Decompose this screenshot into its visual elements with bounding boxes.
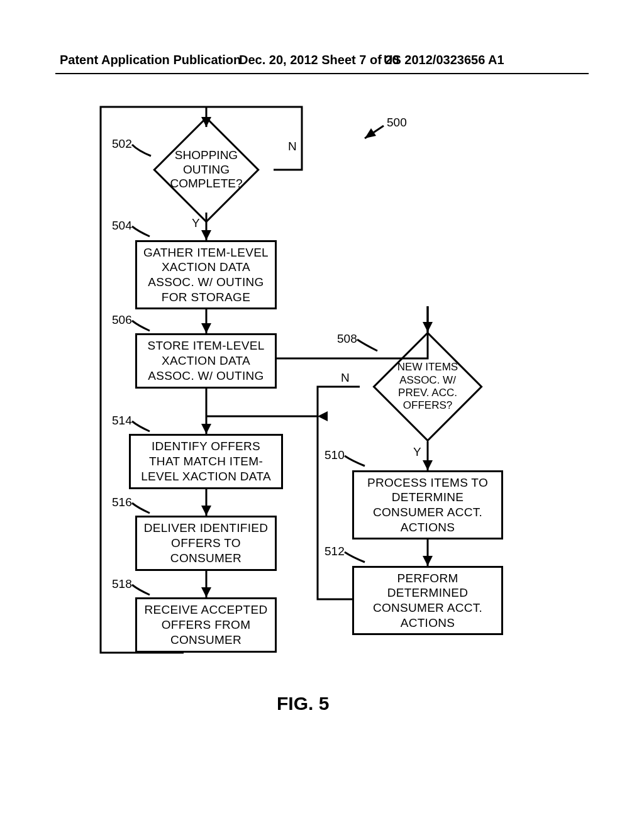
process-512: PERFORMDETERMINEDCONSUMER ACCT.ACTIONS — [352, 566, 503, 635]
process-516: DELIVER IDENTIFIEDOFFERS TOCONSUMER — [135, 516, 277, 571]
decision-502-text: SHOPPINGOUTINGCOMPLETE? — [170, 134, 242, 206]
process-518: RECEIVE ACCEPTEDOFFERS FROMCONSUMER — [135, 597, 277, 653]
ref-506: 506 — [112, 313, 132, 327]
process-506: STORE ITEM-LEVELXACTION DATAASSOC. W/ OU… — [135, 333, 277, 389]
svg-marker-3 — [423, 322, 433, 332]
header-mid: Dec. 20, 2012 Sheet 7 of 20 — [239, 53, 399, 67]
header-left: Patent Application Publication — [60, 53, 241, 67]
svg-marker-1 — [201, 230, 211, 240]
ref-516: 516 — [112, 495, 132, 509]
process-504-text: GATHER ITEM-LEVELXACTION DATAASSOC. W/ O… — [143, 245, 269, 305]
ref-514: 514 — [112, 414, 132, 428]
svg-marker-6 — [423, 556, 433, 566]
svg-marker-9 — [201, 587, 211, 597]
ref-510: 510 — [325, 448, 345, 462]
header-right: US 2012/0323656 A1 — [384, 53, 504, 67]
svg-marker-10 — [365, 128, 376, 138]
svg-marker-7 — [318, 411, 328, 421]
edge-508-Y: Y — [413, 445, 421, 459]
edge-508-N: N — [341, 371, 350, 385]
svg-marker-8 — [201, 506, 211, 516]
process-514: IDENTIFY OFFERSTHAT MATCH ITEM-LEVEL XAC… — [129, 434, 283, 489]
decision-508-text: NEW ITEMSASSOC. W/PREV. ACC.OFFERS? — [391, 350, 465, 424]
edge-502-Y: Y — [192, 216, 200, 230]
ref-502: 502 — [112, 137, 132, 151]
svg-marker-4 — [201, 424, 211, 434]
ref-518: 518 — [112, 577, 132, 591]
process-514-text: IDENTIFY OFFERSTHAT MATCH ITEM-LEVEL XAC… — [141, 439, 271, 484]
process-512-text: PERFORMDETERMINEDCONSUMER ACCT.ACTIONS — [373, 571, 482, 631]
ref-504: 504 — [112, 219, 132, 233]
ref-508: 508 — [337, 332, 357, 346]
process-510: PROCESS ITEMS TODETERMINECONSUMER ACCT.A… — [352, 470, 503, 540]
edge-502-N: N — [288, 140, 297, 153]
figure-reference-500: 500 — [387, 116, 407, 130]
svg-marker-2 — [201, 323, 211, 333]
process-518-text: RECEIVE ACCEPTEDOFFERS FROMCONSUMER — [145, 602, 268, 647]
svg-marker-5 — [423, 460, 433, 470]
process-510-text: PROCESS ITEMS TODETERMINECONSUMER ACCT.A… — [367, 475, 488, 535]
ref-512: 512 — [325, 545, 345, 558]
process-516-text: DELIVER IDENTIFIEDOFFERS TOCONSUMER — [144, 521, 269, 565]
process-504: GATHER ITEM-LEVELXACTION DATAASSOC. W/ O… — [135, 240, 277, 309]
flowchart-canvas: 500 SHOPPINGOUTINGCOMPLETE? 502 Y N GATH… — [101, 107, 560, 736]
header-rule — [55, 73, 589, 74]
process-506-text: STORE ITEM-LEVELXACTION DATAASSOC. W/ OU… — [147, 338, 264, 383]
figure-caption: FIG. 5 — [277, 693, 329, 714]
